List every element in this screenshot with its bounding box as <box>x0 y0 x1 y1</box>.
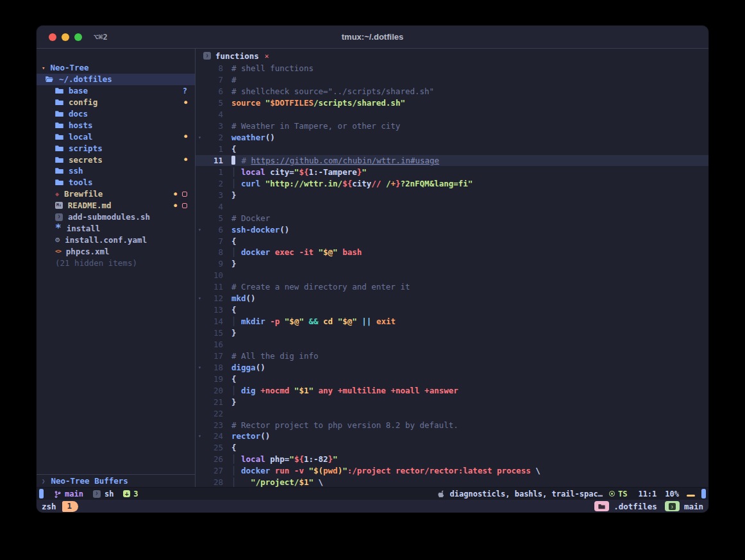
code-line[interactable]: 21} <box>196 396 708 408</box>
folder-icon <box>55 99 63 106</box>
code-line[interactable]: 5# Docker <box>196 212 708 224</box>
code-token: " <box>299 317 304 326</box>
code-line[interactable]: 7{ <box>196 235 708 247</box>
code-line[interactable]: 3# Weather in Tampere, or other city <box>196 120 708 132</box>
code-token <box>314 247 319 257</box>
git-status-badges: ● <box>174 192 187 197</box>
code-line[interactable]: 4 <box>196 201 708 212</box>
code-line[interactable]: 14│ mkdir -p "$@" && cd "$@" || exit <box>196 316 708 327</box>
tmux-window-index[interactable]: 1 <box>62 501 79 512</box>
code-line[interactable]: 16 <box>196 339 708 350</box>
code-area[interactable]: 8# shell functions7#6# shellcheck source… <box>196 63 708 487</box>
tree-item-ssh[interactable]: ssh <box>37 165 195 177</box>
line-number: 3 <box>204 190 231 200</box>
tree-item-install-conf-yaml[interactable]: ⚙install.conf.yaml <box>37 234 195 245</box>
code-line[interactable]: 9} <box>196 258 708 270</box>
code-line[interactable]: 10 <box>196 270 708 281</box>
tree-item-tools[interactable]: tools <box>37 177 195 188</box>
code-line[interactable]: 3} <box>196 189 708 201</box>
tree-item-phpcs-xml[interactable]: <>phpcs.xml <box>37 245 195 257</box>
code-token: -p <box>270 317 280 326</box>
code-line[interactable]: 11 # https://github.com/chubin/wttr.in#u… <box>196 155 708 167</box>
fold-chevron-icon[interactable]: ▾ <box>196 433 204 439</box>
tree-item-add-submodules-sh[interactable]: ❯add-submodules.sh <box>37 211 195 223</box>
tree-item-hosts[interactable]: hosts <box>37 119 195 131</box>
star-icon: * <box>55 223 62 233</box>
code-token: docker <box>241 247 270 257</box>
code-text: # shellcheck source="../scripts/shared.s… <box>231 86 708 96</box>
code-line[interactable]: 28│ "/project/$1" \ <box>196 477 708 487</box>
tree-item-brewfile[interactable]: ◆Brewfile● <box>37 188 195 200</box>
code-line[interactable]: 15} <box>196 327 708 339</box>
zoom-window-button[interactable] <box>74 33 82 41</box>
code-line[interactable]: ▾12mkd() <box>196 293 708 304</box>
fold-chevron-icon[interactable]: ▾ <box>196 365 204 370</box>
code-token: run <box>275 466 290 475</box>
fold-chevron-icon[interactable]: ▾ <box>196 295 204 301</box>
code-token: # All the dig info <box>231 351 318 361</box>
close-buffer-icon[interactable]: ✕ <box>265 52 269 60</box>
tree-item-install[interactable]: *install <box>37 222 195 234</box>
code-text: # Rector project to php version 8.2 by d… <box>231 420 708 430</box>
code-line[interactable]: 26│ local php="${1:-82}" <box>196 454 708 465</box>
code-line[interactable]: 27│ docker run -v "$(pwd)":/project rect… <box>196 465 708 477</box>
code-line[interactable]: 4 <box>196 109 708 120</box>
tree-item-secrets[interactable]: secrets● <box>37 154 195 165</box>
code-line[interactable]: 23# Rector project to php version 8.2 by… <box>196 419 708 431</box>
filetype-label: sh <box>105 490 113 498</box>
tree-item-readme-md[interactable]: M↓README.md● <box>37 200 195 211</box>
code-line[interactable]: 1{ <box>196 144 708 155</box>
line-number: 1 <box>204 167 231 177</box>
code-token: " <box>342 466 347 475</box>
code-line[interactable]: 6# shellcheck source="../scripts/shared.… <box>196 86 708 97</box>
minimize-window-button[interactable] <box>62 33 69 41</box>
code-line[interactable]: ▾18digga() <box>196 361 708 373</box>
code-line[interactable]: 13{ <box>196 304 708 316</box>
code-line[interactable]: 25{ <box>196 442 708 454</box>
tree-item-21-hidden-items[interactable]: (21 hidden items) <box>37 257 195 268</box>
tree-item-local[interactable]: local● <box>37 131 195 142</box>
chevron-right-icon: ❯ <box>42 478 45 484</box>
code-token <box>314 477 319 487</box>
tree-item-root-dotfiles[interactable]: ~/.dotfiles <box>37 74 195 85</box>
code-token: pwd <box>323 466 338 475</box>
tree-item-base[interactable]: base? <box>37 85 195 97</box>
buffer-tab-functions[interactable]: functions <box>215 51 259 61</box>
neotree-buffers-section[interactable]: ❯ Neo-Tree Buffers <box>37 474 195 487</box>
code-line[interactable]: 1│ local city="${1:-Tampere}" <box>196 166 708 177</box>
code-token: } <box>328 454 333 464</box>
code-line[interactable]: 22 <box>196 408 708 419</box>
code-line[interactable]: 8│ docker exec -it "$@" bash <box>196 247 708 258</box>
code-token: # shell functions <box>231 63 314 73</box>
code-token: $( <box>314 466 323 475</box>
code-line[interactable]: ▾24rector() <box>196 431 708 442</box>
code-token: ${ <box>342 179 352 188</box>
tree-item-docs[interactable]: docs <box>37 108 195 120</box>
fold-chevron-icon[interactable]: ▾ <box>196 227 204 233</box>
folder-icon <box>55 156 63 163</box>
plus-box-icon: + <box>123 490 130 497</box>
line-number: 24 <box>204 431 231 441</box>
close-window-button[interactable] <box>49 33 56 41</box>
code-line[interactable]: 7# <box>196 74 708 86</box>
scroll-percent: 10% <box>665 490 679 498</box>
tmux-session-name: .dotfiles <box>614 502 657 511</box>
tree-item-config[interactable]: config● <box>37 97 195 108</box>
code-line[interactable]: 5source "$DOTFILES/scripts/shared.sh" <box>196 97 708 109</box>
code-line[interactable]: 2│ curl "http://wttr.in/${city// /+}?2nF… <box>196 177 708 189</box>
tmux-window-name[interactable]: zsh <box>42 502 56 511</box>
code-line[interactable]: 11# Create a new directory and enter it <box>196 281 708 293</box>
code-text: │ "/project/$1" \ <box>231 477 708 487</box>
code-line[interactable]: ▾2weather() <box>196 132 708 144</box>
code-line[interactable]: 20│ dig +nocmd "$1" any +multiline +noal… <box>196 384 708 396</box>
code-line[interactable]: 17# All the dig info <box>196 350 708 361</box>
code-line[interactable]: 19{ <box>196 373 708 384</box>
tree-item-scripts[interactable]: scripts <box>37 142 195 154</box>
code-line[interactable]: ▾6ssh-docker() <box>196 224 708 235</box>
code-line[interactable]: 8# shell functions <box>196 63 708 74</box>
shell-file-icon: ❯ <box>203 52 211 60</box>
caret-underscore-icon <box>687 495 695 497</box>
fold-chevron-icon[interactable]: ▾ <box>196 135 204 140</box>
tree-item-label: hosts <box>69 120 93 130</box>
code-token: any <box>319 386 333 395</box>
